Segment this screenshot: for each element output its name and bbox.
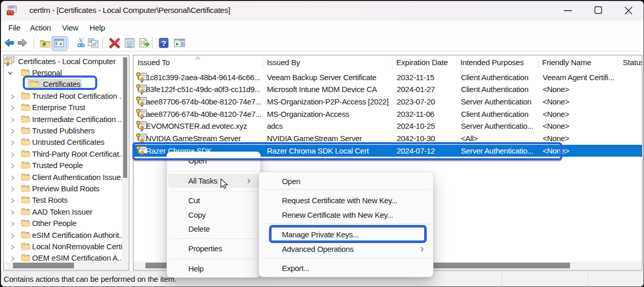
svg-text:?: ? [161,39,166,48]
